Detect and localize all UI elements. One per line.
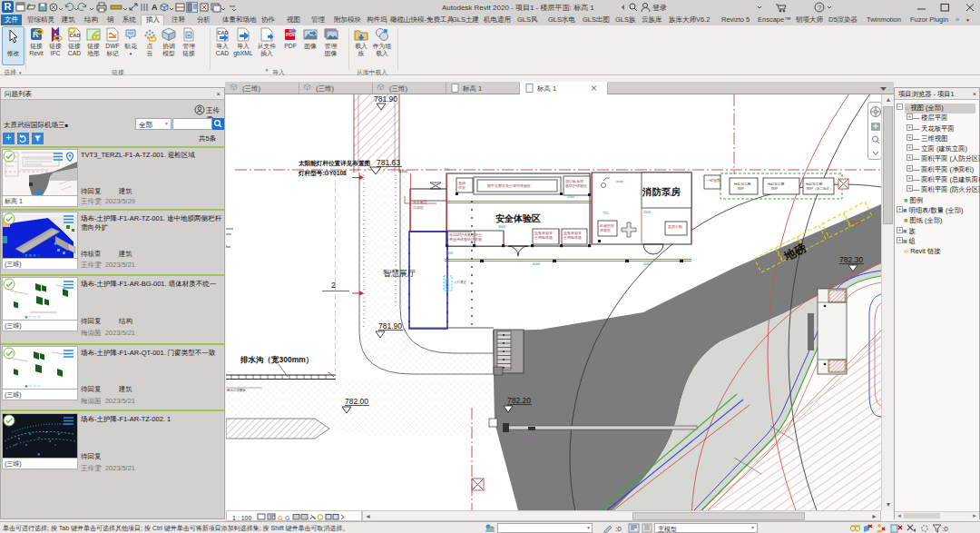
svg-text:登录: 登录 <box>652 4 667 12</box>
svg-text:防护: 防护 <box>738 186 745 191</box>
svg-text:3000: 3000 <box>498 225 505 229</box>
svg-text:(三维): (三维) <box>389 84 407 93</box>
svg-text:油漆桶: 油漆桶 <box>849 220 860 224</box>
svg-text:智慧展厅: 智慧展厅 <box>383 269 416 278</box>
svg-text:(三维): (三维) <box>316 84 334 93</box>
svg-text:A: A <box>152 3 158 12</box>
svg-text:1500: 1500 <box>567 195 574 199</box>
svg-text:6000: 6000 <box>533 262 540 266</box>
svg-text:781.90: 781.90 <box>374 94 397 104</box>
svg-text:1500: 1500 <box>446 252 453 255</box>
svg-text:781.63: 781.63 <box>377 158 400 167</box>
svg-text:雨水口详图集: 雨水口详图集 <box>227 388 247 392</box>
svg-text:2: 2 <box>331 281 336 290</box>
svg-text:安全体验区: 安全体验区 <box>495 213 541 223</box>
svg-text:CAD: CAD <box>70 33 81 38</box>
svg-text:体验区: 体验区 <box>600 228 611 232</box>
svg-text:人行通道: 人行通道 <box>454 280 467 284</box>
svg-text:灯杆型号:GY0108: 灯杆型号:GY0108 <box>298 170 347 177</box>
svg-text:1500: 1500 <box>399 169 408 173</box>
svg-text::0: :0 <box>942 525 948 533</box>
svg-text:验防护体验区: 验防护体验区 <box>565 183 587 188</box>
svg-text:782.20: 782.20 <box>507 396 531 405</box>
svg-text:750: 750 <box>603 212 608 215</box>
svg-text:钢筋加工棚: 钢筋加工棚 <box>733 182 750 186</box>
svg-text:排水沟（宽300mm）: 排水沟（宽300mm） <box>240 355 313 364</box>
svg-text:全用电体验: 全用电体验 <box>564 235 582 240</box>
svg-text:750: 750 <box>444 168 449 172</box>
svg-text:钢筋加工棚: 钢筋加工棚 <box>767 182 784 186</box>
svg-text:G: G <box>285 515 289 521</box>
svg-text:消防泵房: 消防泵房 <box>642 186 681 197</box>
svg-text:782.00: 782.00 <box>345 397 368 406</box>
svg-text:全用电体验: 全用电体验 <box>534 235 553 240</box>
svg-text:钢筋加工棚: 钢筋加工棚 <box>805 182 822 186</box>
svg-text:781.90: 781.90 <box>378 321 402 331</box>
svg-text:(三维): (三维) <box>242 84 260 93</box>
svg-text:CAD: CAD <box>218 30 229 35</box>
svg-text:防护: 防护 <box>771 186 779 191</box>
svg-text:作业: 作业 <box>457 185 466 190</box>
svg-text:太阳能灯杆位置详见布置图: 太阳能灯杆位置详见布置图 <box>299 160 371 167</box>
svg-text:782.30: 782.30 <box>839 255 863 264</box>
svg-text:一键报警: 一键报警 <box>706 178 720 183</box>
svg-text:防护（第二批次）: 防护（第二批次） <box>807 186 833 191</box>
svg-text:标高 1: 标高 1 <box>536 84 556 93</box>
svg-text::0: :0 <box>615 525 622 533</box>
svg-text:培训区: 培训区 <box>412 205 424 210</box>
svg-text:2500: 2500 <box>643 211 651 214</box>
svg-text:?: ? <box>818 4 822 12</box>
svg-text:4500: 4500 <box>643 262 651 266</box>
svg-text:脚手架爬架安全操作体验区: 脚手架爬架安全操作体验区 <box>487 183 531 188</box>
svg-text:G: G <box>278 515 282 521</box>
svg-text:标高 1: 标高 1 <box>462 84 482 93</box>
